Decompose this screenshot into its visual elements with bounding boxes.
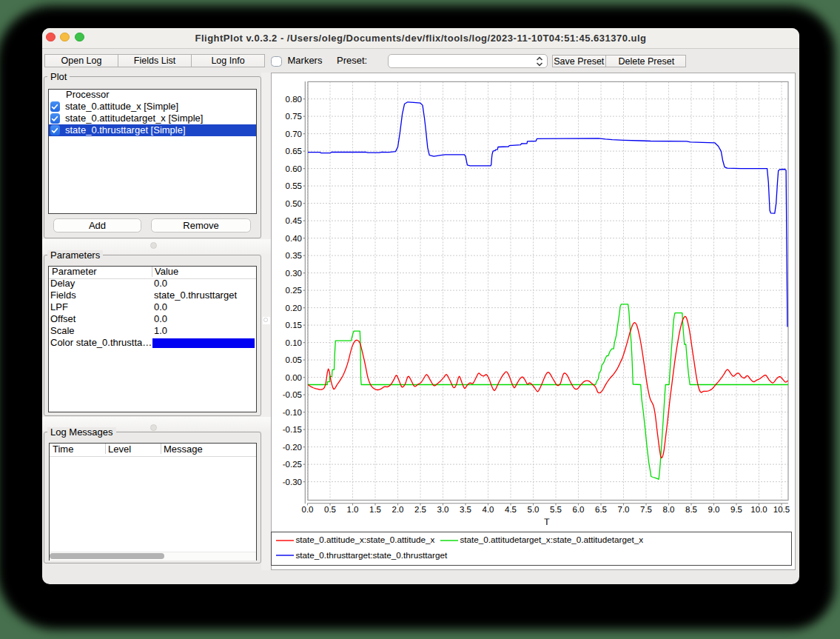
svg-text:0.35: 0.35 xyxy=(286,252,302,261)
svg-text:0.65: 0.65 xyxy=(286,147,302,156)
svg-text:0.00: 0.00 xyxy=(286,374,302,383)
svg-text:8.0: 8.0 xyxy=(663,506,675,515)
svg-text:-0.15: -0.15 xyxy=(283,426,302,435)
svg-text:7.0: 7.0 xyxy=(618,506,630,515)
svg-text:4.0: 4.0 xyxy=(483,506,494,515)
svg-text:0.25: 0.25 xyxy=(286,287,302,295)
svg-text:0.30: 0.30 xyxy=(286,270,302,278)
svg-text:3.5: 3.5 xyxy=(460,506,471,515)
svg-text:-0.30: -0.30 xyxy=(283,478,302,487)
svg-text:1.5: 1.5 xyxy=(369,506,381,515)
svg-text:-0.05: -0.05 xyxy=(283,391,302,400)
svg-text:9.5: 9.5 xyxy=(730,506,742,515)
svg-text:0.15: 0.15 xyxy=(286,321,302,330)
svg-text:0.80: 0.80 xyxy=(286,96,302,104)
svg-text:2.0: 2.0 xyxy=(392,506,404,515)
svg-text:4.5: 4.5 xyxy=(505,506,517,515)
svg-text:10.5: 10.5 xyxy=(773,506,790,515)
svg-text:-0.25: -0.25 xyxy=(283,461,302,469)
svg-text:5.5: 5.5 xyxy=(550,506,562,515)
svg-text:7.5: 7.5 xyxy=(640,506,652,515)
svg-text:6.5: 6.5 xyxy=(595,506,607,515)
svg-text:10.0: 10.0 xyxy=(750,506,767,515)
svg-text:5.0: 5.0 xyxy=(528,506,540,515)
svg-text:8.5: 8.5 xyxy=(685,506,697,515)
svg-text:1.0: 1.0 xyxy=(347,506,359,515)
svg-text:-0.10: -0.10 xyxy=(283,409,302,418)
svg-text:2.5: 2.5 xyxy=(414,506,426,515)
svg-text:0.20: 0.20 xyxy=(286,304,302,313)
svg-text:0.0: 0.0 xyxy=(302,506,314,515)
svg-text:0.05: 0.05 xyxy=(286,356,302,365)
svg-text:0.40: 0.40 xyxy=(286,235,302,244)
svg-text:9.0: 9.0 xyxy=(708,506,720,515)
svg-text:0.50: 0.50 xyxy=(286,200,302,209)
svg-text:-0.20: -0.20 xyxy=(283,444,302,452)
svg-text:0.75: 0.75 xyxy=(286,113,302,121)
svg-text:0.45: 0.45 xyxy=(286,217,302,226)
svg-text:0.70: 0.70 xyxy=(286,130,302,139)
svg-text:0.55: 0.55 xyxy=(286,182,302,191)
svg-text:T: T xyxy=(544,517,550,527)
svg-text:0.5: 0.5 xyxy=(324,506,336,515)
svg-text:6.0: 6.0 xyxy=(573,506,585,515)
svg-text:0.10: 0.10 xyxy=(286,339,302,348)
svg-text:0.60: 0.60 xyxy=(286,165,302,174)
svg-text:3.0: 3.0 xyxy=(437,506,449,515)
